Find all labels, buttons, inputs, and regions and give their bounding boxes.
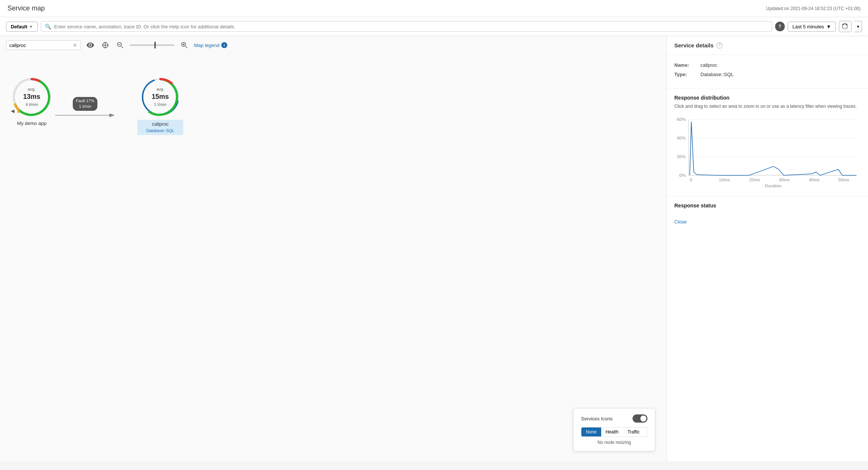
page-header: Service map Updated on 2021-09-24 18:52:… (0, 0, 868, 17)
node-tpm-callproc: 1 t/min (152, 102, 169, 107)
svg-text:0: 0 (690, 178, 692, 182)
name-value: callproc (700, 62, 717, 68)
search-icon: 🔍 (45, 24, 51, 29)
fault-tpm: 1 t/min (76, 104, 94, 109)
type-value: Database::SQL (700, 72, 734, 77)
right-panel: Service details ? Name: callproc Type: D… (666, 36, 868, 461)
node-size-traffic[interactable]: Traffic (623, 427, 644, 436)
svg-text:20%: 20% (677, 154, 686, 159)
svg-text:10ms: 10ms (719, 178, 730, 182)
node-ms: 13ms (23, 92, 40, 101)
svg-text:Duration: Duration (765, 184, 781, 188)
chart-line (690, 122, 856, 175)
refresh-button[interactable] (839, 21, 852, 32)
svg-text:60%: 60% (677, 117, 686, 122)
svg-text:50ms: 50ms (838, 178, 849, 182)
services-icons-label: Services Icons (581, 416, 613, 422)
node-size-none[interactable]: None (581, 427, 601, 436)
map-legend-label: Map legend (194, 43, 219, 48)
node-size-buttons: None Health Traffic (581, 427, 647, 437)
response-distribution-title: Response distribution (667, 89, 868, 103)
svg-text:40ms: 40ms (809, 178, 819, 182)
node-label-callproc: callproc (143, 121, 177, 127)
node-avg-callproc: avg. (152, 87, 169, 92)
svg-marker-12 (109, 113, 115, 117)
search-input[interactable] (54, 24, 768, 29)
zoom-out-icon[interactable] (115, 40, 125, 50)
fault-badge: Fault 17% 1 t/min (73, 97, 97, 111)
service-map-canvas: avg. 13ms 4 t/min ◄ My demo app Fault 17… (0, 54, 666, 459)
response-distribution-desc: Click and drag to select an area to zoom… (667, 103, 868, 114)
svg-line-4 (121, 46, 123, 48)
node-ms-callproc: 15ms (152, 92, 169, 101)
services-icons-toggle[interactable] (633, 414, 647, 423)
name-label: Name: (674, 62, 700, 68)
close-button[interactable]: Close (667, 219, 868, 231)
node-circle-callproc: avg. 15ms 1 t/min (140, 76, 181, 118)
response-distribution-chart: 60% 40% 20% 0% 0 10ms 20ms 30ms (674, 114, 861, 189)
response-status-title: Response status (674, 203, 861, 209)
default-button[interactable]: Default ▼ (6, 22, 38, 32)
refresh-icon (842, 24, 848, 29)
legend-panel: Services Icons None Health Traffic No no… (573, 408, 655, 451)
eye-icon[interactable] (85, 40, 96, 50)
node-avg: avg. (23, 87, 40, 92)
clear-icon[interactable]: ✕ (73, 42, 77, 48)
time-range-button[interactable]: Last 5 minutes ▼ (788, 22, 836, 32)
main-toolbar: Default ▼ 🔍 ? Last 5 minutes ▼ ▼ (0, 17, 868, 36)
map-legend-button[interactable]: Map legend i (194, 42, 227, 48)
search-container: 🔍 (41, 21, 772, 32)
node-callproc[interactable]: avg. 15ms 1 t/min callproc Database::SQL (137, 76, 183, 135)
chevron-down-icon: ▼ (826, 24, 831, 29)
service-type-row: Type: Database::SQL (674, 72, 861, 77)
service-info: Name: callproc Type: Database::SQL (667, 55, 868, 89)
legend-info-icon: i (221, 42, 227, 48)
connection-arrow (55, 112, 115, 119)
node-circle-my-demo-app: avg. 13ms 4 t/min ◄ (11, 76, 52, 118)
zoom-slider[interactable] (130, 44, 175, 46)
panel-help-icon[interactable]: ? (716, 43, 722, 48)
node-inner-callproc: avg. 15ms 1 t/min (152, 87, 169, 107)
type-label: Type: (674, 72, 700, 77)
node-sublabel-callproc: Database::SQL (143, 128, 177, 134)
map-search-input[interactable] (9, 43, 73, 48)
page-title: Service map (7, 4, 45, 12)
node-size-health[interactable]: Health (601, 427, 623, 436)
svg-text:30ms: 30ms (779, 178, 790, 182)
last-updated: Updated on 2021-09-24 18:52:23 (UTC +01:… (766, 6, 861, 11)
map-search-box: ✕ (6, 40, 81, 50)
chart-container: 60% 40% 20% 0% 0 10ms 20ms 30ms (667, 114, 868, 196)
svg-text:40%: 40% (677, 136, 686, 140)
panel-header: Service details ? (667, 36, 868, 55)
response-status-section: Response status (667, 196, 868, 219)
main-content: ✕ Map legend i (0, 36, 868, 461)
node-label-my-demo-app: My demo app (17, 120, 47, 126)
node-my-demo-app[interactable]: avg. 13ms 4 t/min ◄ My demo app (11, 76, 52, 126)
svg-line-7 (185, 46, 187, 48)
map-area: ✕ Map legend i (0, 36, 666, 461)
node-inner-my-demo-app: avg. 13ms 4 t/min (23, 87, 40, 107)
svg-text:0%: 0% (679, 173, 686, 178)
fault-label: Fault 17% (76, 98, 94, 104)
time-range-label: Last 5 minutes (793, 24, 824, 29)
zoom-in-icon[interactable] (179, 40, 190, 50)
crosshair-icon[interactable] (100, 40, 110, 50)
map-toolbar: ✕ Map legend i (0, 36, 666, 54)
back-arrow-icon: ◄ (10, 108, 16, 115)
time-dropdown-button[interactable]: ▼ (855, 21, 862, 32)
chevron-down-icon: ▼ (29, 25, 33, 29)
connection-area: Fault 17% 1 t/min (55, 97, 115, 119)
service-name-row: Name: callproc (674, 62, 861, 68)
panel-title: Service details (674, 42, 714, 48)
node-size-row: None Health Traffic (581, 427, 647, 437)
default-label: Default (11, 24, 27, 29)
help-button[interactable]: ? (775, 22, 785, 31)
node-tpm: 4 t/min (23, 102, 40, 107)
svg-text:20ms: 20ms (749, 178, 760, 182)
chart-svg: 60% 40% 20% 0% 0 10ms 20ms 30ms (674, 114, 861, 189)
services-icons-row: Services Icons (581, 414, 647, 423)
no-resize-label: No node resizing (581, 440, 647, 445)
